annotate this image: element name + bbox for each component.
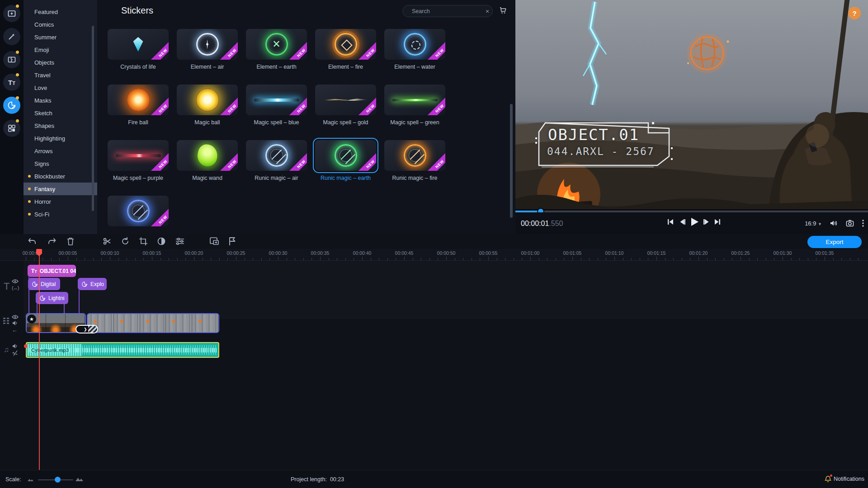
transitions-button[interactable] — [3, 51, 20, 68]
category-item-sketch[interactable]: Sketch — [24, 107, 97, 119]
sticker-thumbnail[interactable]: NEW — [315, 29, 376, 60]
title-track-link-toggle[interactable]: (↔) — [12, 285, 19, 291]
category-item-masks[interactable]: Masks — [24, 94, 97, 107]
sticker-item[interactable]: NEWRunic magic – fire — [384, 140, 445, 181]
titles-button[interactable]: TT — [3, 74, 20, 91]
video-track-visibility-toggle[interactable] — [12, 314, 19, 319]
sticker-thumbnail[interactable]: NEW — [384, 84, 445, 115]
delete-button[interactable] — [66, 236, 75, 246]
sticker-thumbnail[interactable]: NEW — [246, 29, 307, 60]
preview-menu-button[interactable] — [862, 219, 864, 228]
help-button[interactable]: ? — [848, 7, 861, 19]
timeline-audio-clip[interactable]: Cyberpunk.mp3 — [26, 342, 219, 358]
marker-button[interactable] — [227, 236, 236, 246]
sticker-item[interactable]: NEWMagic ball — [177, 84, 238, 126]
sticker-item[interactable]: NEWMagic wand — [177, 140, 238, 181]
filters-button[interactable] — [3, 28, 20, 45]
category-item-blockbuster[interactable]: Blockbuster — [24, 170, 97, 183]
sticker-thumbnail[interactable]: NEW — [108, 196, 169, 226]
timeline-sticker-clip-digital[interactable]: Digital — [28, 278, 60, 290]
sticker-thumbnail[interactable]: NEW — [246, 84, 307, 115]
clear-search-icon[interactable]: × — [486, 8, 489, 14]
skip-to-start-button[interactable] — [666, 218, 675, 226]
snapshot-button[interactable] — [845, 219, 854, 228]
category-item-signs[interactable]: Signs — [24, 157, 97, 170]
sticker-thumbnail[interactable]: NEW — [177, 140, 238, 171]
category-item-fantasy[interactable]: Fantasy — [24, 183, 97, 195]
audio-track-levels-toggle[interactable] — [12, 350, 18, 356]
category-item-comics[interactable]: Comics — [24, 18, 97, 31]
search-bar[interactable]: × — [402, 5, 493, 17]
export-button[interactable]: Export — [807, 236, 862, 248]
previous-frame-button[interactable] — [678, 218, 686, 226]
sticker-thumbnail[interactable]: NEW — [315, 84, 376, 115]
next-frame-button[interactable] — [703, 218, 711, 226]
sticker-item[interactable]: NEWElement – earth — [246, 29, 307, 70]
play-button[interactable] — [689, 216, 700, 227]
sticker-item[interactable]: NEWRunic magic – earth — [315, 140, 376, 181]
more-tools-button[interactable] — [3, 120, 20, 137]
stickers-button[interactable] — [3, 97, 20, 114]
skip-to-end-button[interactable] — [713, 218, 722, 226]
scale-slider-handle[interactable] — [55, 477, 61, 483]
sticker-item[interactable]: NEWFire ball — [108, 84, 169, 126]
zoom-in-icon[interactable] — [75, 475, 84, 482]
category-item-summer[interactable]: Summer — [24, 31, 97, 43]
sticker-item[interactable]: NEWRunic magic – air — [246, 140, 307, 181]
store-cart-button[interactable] — [499, 6, 507, 14]
search-input[interactable] — [411, 8, 486, 15]
aspect-ratio-select[interactable]: 16:9 ▼ — [805, 220, 822, 227]
sticker-item[interactable]: NEWElement – water — [384, 29, 445, 70]
sticker-item[interactable]: NEWElement – fire — [315, 29, 376, 70]
volume-button[interactable] — [829, 219, 838, 228]
category-item-horror[interactable]: Horror — [24, 195, 97, 208]
video-track-back-arrow[interactable]: ← — [12, 327, 18, 333]
clip-properties-button[interactable] — [175, 236, 185, 246]
timeline-sticker-clip-lightning[interactable]: Lightni — [36, 292, 68, 304]
sticker-thumbnail[interactable]: NEW — [177, 29, 238, 60]
timeline-ruler[interactable]: 00:00:0000:00:0500:00:1000:00:1500:00:20… — [0, 249, 868, 261]
split-button[interactable] — [102, 236, 112, 246]
video-track-mute-toggle[interactable] — [12, 320, 18, 326]
sticker-thumbnail[interactable]: NEW — [384, 140, 445, 171]
zoom-out-icon[interactable] — [27, 477, 34, 482]
color-adjustments-button[interactable] — [156, 236, 166, 246]
category-item-emoji[interactable]: Emoji — [24, 43, 97, 56]
category-item-love[interactable]: Love — [24, 81, 97, 94]
timeline-sticker-clip-explosion[interactable]: Explo — [78, 278, 107, 290]
transition-indicator[interactable]: ❯ — [75, 325, 98, 333]
sticker-item[interactable]: NEW — [108, 196, 169, 230]
sticker-thumbnail[interactable]: NEW — [384, 29, 445, 60]
timeline-video-clip-2[interactable] — [87, 313, 219, 333]
category-item-objects[interactable]: Objects — [24, 56, 97, 69]
sticker-item[interactable]: NEWMagic spell – gold — [315, 84, 376, 126]
category-item-featured[interactable]: Featured — [24, 5, 97, 18]
category-item-sci-fi[interactable]: Sci-Fi — [24, 208, 97, 221]
sticker-grid-scrollbar[interactable] — [510, 104, 513, 218]
sticker-item[interactable]: NEWCrystals of life — [108, 29, 169, 70]
title-track-visibility-toggle[interactable] — [12, 279, 19, 284]
sticker-thumbnail[interactable]: NEW — [108, 84, 169, 115]
sticker-item[interactable]: NEWMagic spell – blue — [246, 84, 307, 126]
playhead-line[interactable] — [39, 249, 40, 470]
sticker-thumbnail[interactable]: NEW — [315, 140, 376, 171]
notifications-button[interactable]: Notifications — [825, 475, 864, 483]
redo-button[interactable] — [47, 236, 57, 246]
category-item-arrows[interactable]: Arrows — [24, 145, 97, 157]
timeline-title-clip[interactable]: TT OBJECT.01 04 — [28, 265, 76, 277]
rotate-button[interactable] — [120, 236, 130, 246]
sticker-item[interactable]: NEWMagic spell – purple — [108, 140, 169, 181]
category-scrollbar[interactable] — [92, 26, 94, 211]
overlay-mode-button[interactable] — [209, 236, 220, 246]
import-media-button[interactable] — [3, 5, 20, 22]
sticker-item[interactable]: NEWMagic spell – green — [384, 84, 445, 126]
sticker-thumbnail[interactable]: NEW — [108, 29, 169, 60]
sticker-thumbnail[interactable]: NEW — [177, 84, 238, 115]
sticker-thumbnail[interactable]: NEW — [246, 140, 307, 171]
crop-button[interactable] — [138, 236, 148, 246]
category-item-shapes[interactable]: Shapes — [24, 119, 97, 132]
audio-track-mute-toggle[interactable] — [12, 343, 18, 349]
sticker-thumbnail[interactable]: NEW — [108, 140, 169, 171]
category-item-travel[interactable]: Travel — [24, 69, 97, 81]
sticker-item[interactable]: NEWElement – air — [177, 29, 238, 70]
